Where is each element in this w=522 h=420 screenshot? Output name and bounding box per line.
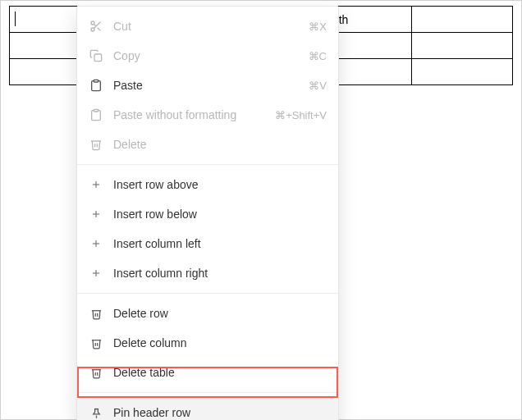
scissors-icon bbox=[89, 19, 103, 34]
menu-shortcut: ⌘+Shift+V bbox=[275, 109, 327, 121]
menu-copy[interactable]: Copy ⌘C bbox=[77, 41, 338, 71]
menu-pin-header-row[interactable]: Pin header row bbox=[77, 398, 338, 420]
trash-icon bbox=[89, 336, 103, 350]
menu-shortcut: ⌘V bbox=[309, 80, 327, 92]
menu-insert-column-left[interactable]: Insert column left bbox=[77, 229, 338, 258]
menu-label: Insert column left bbox=[113, 237, 327, 250]
plus-icon bbox=[89, 236, 103, 251]
menu-label: Insert row below bbox=[113, 208, 327, 221]
menu-label: Copy bbox=[113, 49, 309, 62]
menu-insert-row-below[interactable]: Insert row below bbox=[77, 199, 338, 229]
menu-shortcut: ⌘X bbox=[309, 21, 327, 33]
plus-icon bbox=[89, 207, 103, 221]
copy-icon bbox=[89, 48, 103, 63]
svg-point-0 bbox=[91, 21, 94, 25]
clipboard-icon bbox=[89, 78, 103, 93]
svg-rect-7 bbox=[94, 109, 98, 112]
menu-separator bbox=[77, 392, 338, 393]
plus-icon bbox=[89, 266, 103, 281]
svg-rect-5 bbox=[94, 54, 102, 62]
menu-label: Cut bbox=[113, 20, 309, 33]
menu-delete[interactable]: Delete bbox=[77, 130, 338, 159]
table-cell[interactable] bbox=[412, 7, 513, 33]
menu-shortcut: ⌘C bbox=[309, 50, 327, 62]
menu-label: Pin header row bbox=[113, 406, 327, 419]
svg-line-4 bbox=[94, 24, 96, 26]
menu-separator bbox=[77, 293, 338, 294]
svg-rect-6 bbox=[94, 80, 98, 82]
trash-icon bbox=[89, 137, 103, 152]
pin-icon bbox=[89, 405, 103, 420]
menu-label: Paste without formatting bbox=[113, 108, 275, 121]
context-menu: Cut ⌘X Copy ⌘C Paste ⌘V Paste without fo… bbox=[76, 6, 339, 420]
clipboard-icon bbox=[89, 107, 103, 122]
menu-delete-row[interactable]: Delete row bbox=[77, 299, 338, 328]
trash-icon bbox=[89, 365, 103, 380]
plus-icon bbox=[89, 177, 103, 192]
trash-icon bbox=[89, 306, 103, 321]
svg-line-3 bbox=[98, 28, 101, 31]
menu-separator bbox=[77, 164, 338, 165]
menu-label: Delete bbox=[113, 138, 327, 151]
menu-paste-without-formatting[interactable]: Paste without formatting ⌘+Shift+V bbox=[77, 100, 338, 130]
app-frame: South Cut ⌘X bbox=[0, 0, 522, 420]
svg-point-1 bbox=[91, 28, 94, 31]
table-cell[interactable] bbox=[412, 59, 513, 85]
menu-label: Delete row bbox=[113, 307, 327, 320]
menu-label: Insert row above bbox=[113, 178, 327, 191]
menu-label: Delete column bbox=[113, 336, 327, 349]
menu-insert-column-right[interactable]: Insert column right bbox=[77, 258, 338, 288]
menu-label: Paste bbox=[113, 79, 309, 92]
menu-label: Insert column right bbox=[113, 267, 327, 280]
menu-paste[interactable]: Paste ⌘V bbox=[77, 71, 338, 100]
table-cell[interactable] bbox=[412, 33, 513, 59]
menu-insert-row-above[interactable]: Insert row above bbox=[77, 170, 338, 199]
menu-label: Delete table bbox=[113, 366, 327, 379]
menu-delete-column[interactable]: Delete column bbox=[77, 328, 338, 358]
menu-delete-table[interactable]: Delete table bbox=[77, 358, 338, 387]
menu-cut[interactable]: Cut ⌘X bbox=[77, 11, 338, 41]
